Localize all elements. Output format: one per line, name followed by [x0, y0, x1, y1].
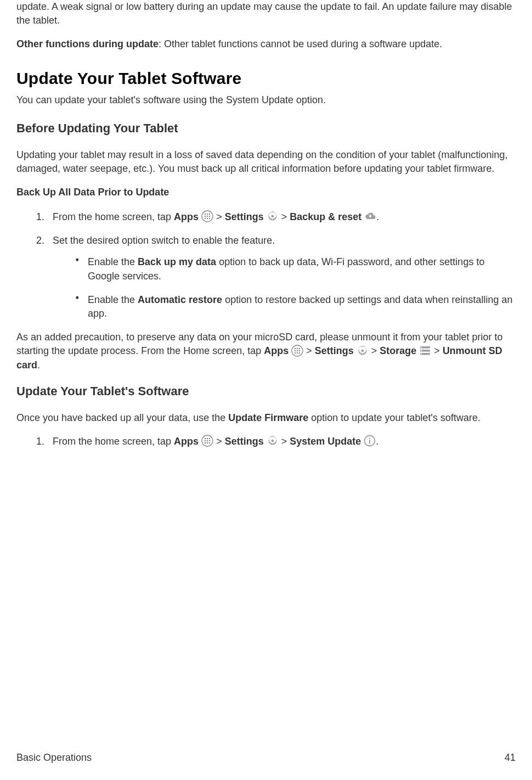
- update-steps: From the home screen, tap Apps > Setting…: [16, 435, 516, 448]
- settings-icon: [267, 435, 279, 447]
- before-updating-heading: Before Updating Your Tablet: [16, 120, 516, 137]
- info-icon: [364, 435, 376, 447]
- backup-icon: [364, 210, 376, 222]
- backup-options: Enable the Back up my data option to bac…: [53, 255, 516, 321]
- backup-step-2: Set the desired option switch to enable …: [47, 234, 516, 321]
- other-functions-text: : Other tablet functions cannot be used …: [159, 38, 442, 49]
- update-software-text: Once you have backed up all your data, u…: [16, 411, 516, 425]
- footer-page-number: 41: [505, 751, 516, 765]
- page-heading: Update Your Tablet Software: [16, 67, 516, 90]
- intro-failure-text: update. A weak signal or low battery dur…: [16, 0, 516, 27]
- other-functions-label: Other functions during update: [16, 38, 159, 49]
- storage-icon: [419, 345, 431, 357]
- option-backup-my-data: Enable the Back up my data option to bac…: [76, 255, 516, 283]
- before-updating-text: Updating your tablet may result in a los…: [16, 148, 516, 176]
- page-heading-sub: You can update your tablet's software us…: [16, 93, 516, 107]
- apps-icon: [201, 210, 213, 222]
- settings-icon: [267, 210, 279, 222]
- footer-section: Basic Operations: [16, 751, 92, 765]
- update-software-heading: Update Your Tablet's Software: [16, 383, 516, 400]
- option-automatic-restore: Enable the Automatic restore option to r…: [76, 293, 516, 321]
- update-step-1: From the home screen, tap Apps > Setting…: [47, 435, 516, 448]
- backup-step-1: From the home screen, tap Apps > Setting…: [47, 210, 516, 224]
- settings-icon: [356, 345, 369, 357]
- page-footer: Basic Operations 41: [16, 751, 516, 765]
- intro-other-functions: Other functions during update: Other tab…: [16, 37, 516, 51]
- apps-icon: [201, 435, 213, 447]
- backup-heading: Back Up All Data Prior to Update: [16, 186, 516, 199]
- apps-icon: [291, 345, 303, 357]
- backup-steps: From the home screen, tap Apps > Setting…: [16, 210, 516, 321]
- precaution-text: As an added precaution, to preserve any …: [16, 330, 516, 372]
